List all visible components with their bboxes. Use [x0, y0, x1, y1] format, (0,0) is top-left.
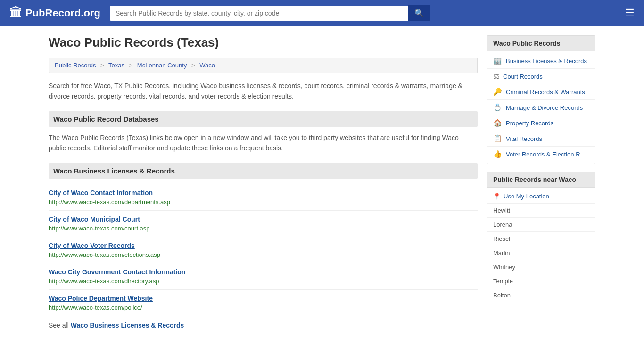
sidebar-item-business[interactable]: 🏢 Business Licenses & Records — [487, 53, 595, 69]
clipboard-icon: 📋 — [493, 134, 502, 143]
sidebar-item-court-label: Court Records — [503, 73, 543, 80]
nearby-city-2[interactable]: Riesel — [487, 232, 595, 246]
nearby-city-1[interactable]: Lorena — [487, 218, 595, 232]
logo-icon: 🏛 — [9, 6, 22, 20]
search-container: 🔍 — [110, 5, 430, 21]
breadcrumb-sep-2: > — [129, 62, 133, 69]
record-item-1: City of Waco Municipal Court http://www.… — [49, 211, 478, 237]
use-location-label: Use My Location — [504, 193, 549, 200]
waco-records-box-header: Waco Public Records — [487, 36, 595, 51]
sidebar-item-marriage[interactable]: 💍 Marriage & Divorce Records — [487, 100, 595, 115]
breadcrumb-sep-3: > — [191, 62, 195, 69]
see-all: See all Waco Business Licenses & Records — [49, 321, 478, 329]
sidebar-item-vital-label: Vital Records — [506, 135, 542, 142]
scales-icon: ⚖ — [493, 72, 499, 81]
logo-area[interactable]: 🏛 PubRecord.org — [9, 6, 100, 20]
records-list: City of Waco Contact Information http://… — [49, 184, 478, 316]
record-title-0[interactable]: City of Waco Contact Information — [49, 189, 478, 197]
nearby-city-0[interactable]: Hewitt — [487, 204, 595, 218]
breadcrumb-waco[interactable]: Waco — [199, 62, 215, 69]
page-title: Waco Public Records (Texas) — [49, 35, 478, 50]
record-url-1: http://www.waco-texas.com/court.asp — [49, 225, 150, 232]
main-wrapper: Waco Public Records (Texas) Public Recor… — [39, 26, 605, 338]
record-title-3[interactable]: Waco City Government Contact Information — [49, 268, 478, 276]
nearby-box-header: Public Records near Waco — [487, 172, 595, 188]
record-url-3: http://www.waco-texas.com/directory.asp — [49, 278, 159, 285]
nearby-box-body: 📍 Use My Location Hewitt Lorena Riesel M… — [487, 188, 595, 304]
record-item-3: Waco City Government Contact Information… — [49, 263, 478, 290]
sidebar-item-court[interactable]: ⚖ Court Records — [487, 69, 595, 84]
ring-icon: 💍 — [493, 103, 502, 112]
breadcrumb-texas[interactable]: Texas — [108, 62, 124, 69]
breadcrumb-mclennan[interactable]: McLennan County — [137, 62, 187, 69]
search-input[interactable] — [110, 6, 408, 21]
breadcrumb-public-records[interactable]: Public Records — [55, 62, 96, 69]
record-title-2[interactable]: City of Waco Voter Records — [49, 242, 478, 249]
see-all-link[interactable]: Waco Business Licenses & Records — [71, 321, 184, 329]
sidebar-item-criminal[interactable]: 🔑 Criminal Records & Warrants — [487, 84, 595, 100]
record-item-0: City of Waco Contact Information http://… — [49, 184, 478, 211]
sidebar-item-voter[interactable]: 👍 Voter Records & Election R... — [487, 147, 595, 162]
sidebar-item-vital[interactable]: 📋 Vital Records — [487, 131, 595, 147]
menu-button[interactable]: ☰ — [625, 7, 635, 19]
house-icon: 🏠 — [493, 119, 502, 127]
content-area: Waco Public Records (Texas) Public Recor… — [49, 35, 478, 329]
waco-records-box: Waco Public Records 🏢 Business Licenses … — [487, 35, 595, 164]
nearby-city-4[interactable]: Whitney — [487, 260, 595, 274]
nearby-city-6[interactable]: Belton — [487, 288, 595, 302]
logo-text: PubRecord.org — [25, 7, 100, 19]
briefcase-icon: 🏢 — [493, 57, 502, 65]
databases-description: The Waco Public Records (Texas) links be… — [49, 132, 478, 154]
sidebar-item-property-label: Property Records — [506, 120, 553, 127]
thumbsup-icon: 👍 — [493, 150, 502, 158]
business-section-header: Waco Business Licenses & Records — [49, 163, 478, 179]
record-title-4[interactable]: Waco Police Department Website — [49, 295, 478, 302]
record-url-0: http://www.waco-texas.com/departments.as… — [49, 198, 170, 206]
sidebar-item-marriage-label: Marriage & Divorce Records — [506, 104, 583, 111]
see-all-text: See all — [49, 321, 69, 329]
record-item-2: City of Waco Voter Records http://www.wa… — [49, 237, 478, 263]
location-icon: 📍 — [493, 193, 501, 200]
page-description: Search for free Waco, TX Public Records,… — [49, 81, 478, 102]
sidebar-item-criminal-label: Criminal Records & Warrants — [506, 89, 585, 96]
header: 🏛 PubRecord.org 🔍 ☰ — [0, 0, 644, 26]
nearby-box: Public Records near Waco 📍 Use My Locati… — [487, 172, 595, 304]
nearby-city-3[interactable]: Marlin — [487, 246, 595, 260]
key-icon: 🔑 — [493, 88, 502, 96]
record-url-4: http://www.waco-texas.com/police/ — [49, 304, 142, 311]
sidebar-item-voter-label: Voter Records & Election R... — [506, 151, 585, 158]
sidebar-item-property[interactable]: 🏠 Property Records — [487, 115, 595, 131]
sidebar: Waco Public Records 🏢 Business Licenses … — [487, 35, 595, 329]
record-item-4: Waco Police Department Website http://ww… — [49, 290, 478, 316]
breadcrumb-sep-1: > — [100, 62, 104, 69]
nearby-city-5[interactable]: Temple — [487, 274, 595, 288]
databases-section-header: Waco Public Record Databases — [49, 111, 478, 127]
sidebar-item-business-label: Business Licenses & Records — [506, 58, 587, 65]
search-icon: 🔍 — [414, 9, 424, 17]
hamburger-icon: ☰ — [625, 7, 635, 19]
search-button[interactable]: 🔍 — [408, 5, 430, 21]
record-url-2: http://www.waco-texas.com/elections.asp — [49, 251, 160, 258]
breadcrumb: Public Records > Texas > McLennan County… — [49, 58, 478, 73]
record-title-1[interactable]: City of Waco Municipal Court — [49, 215, 478, 223]
use-location-link[interactable]: 📍 Use My Location — [487, 189, 595, 204]
waco-records-box-body: 🏢 Business Licenses & Records ⚖ Court Re… — [487, 51, 595, 164]
